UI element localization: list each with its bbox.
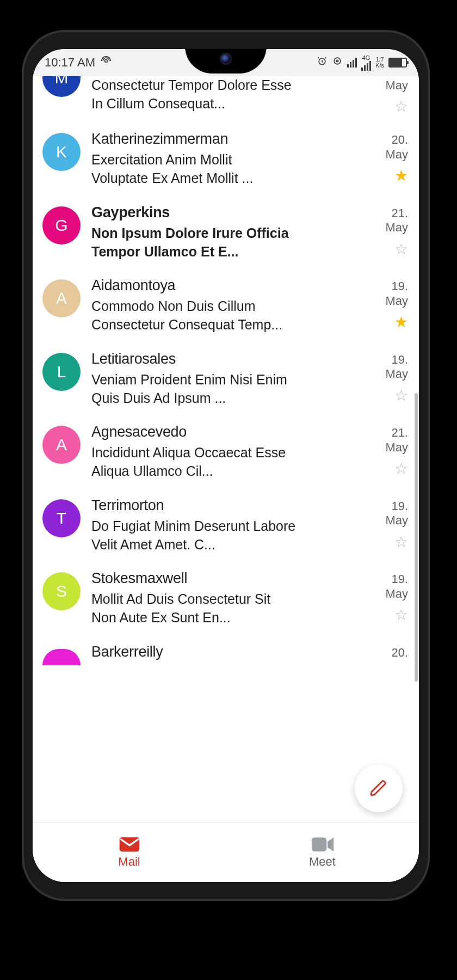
email-row[interactable]: GGayperkinsNon Ipsum Dolore Irure Offici… — [33, 195, 419, 269]
email-meta: 19.May☆ — [370, 351, 408, 403]
avatar[interactable]: A — [42, 426, 81, 464]
email-date: 19.May — [385, 499, 408, 528]
email-meta: 20.May★ — [370, 131, 408, 183]
email-date: 19.May — [385, 353, 408, 382]
email-meta: 19.May☆ — [370, 570, 408, 623]
email-body[interactable]: Consectetur Tempor Dolore EsseIn Cillum … — [91, 76, 359, 113]
subject: Consectetur Tempor Dolore EsseIn Cillum … — [91, 76, 359, 113]
signal-icon — [347, 58, 357, 68]
avatar[interactable]: T — [42, 499, 81, 537]
email-date: 21.May — [385, 426, 408, 455]
subject: Do Fugiat Minim Deserunt LaboreVelit Ame… — [91, 517, 359, 554]
location-icon — [332, 56, 343, 70]
email-meta: 20. — [370, 644, 408, 660]
star-icon[interactable]: ☆ — [394, 535, 408, 550]
alarm-icon — [317, 56, 328, 70]
email-row[interactable]: AAgnesacevedoIncididunt Aliqua Occaecat … — [33, 415, 419, 488]
sender: Letitiarosales — [91, 351, 359, 367]
scroll-indicator[interactable] — [415, 393, 418, 682]
battery-icon — [388, 58, 407, 68]
email-date: 19.May — [385, 279, 408, 308]
compose-button[interactable] — [355, 764, 403, 812]
subject: Exercitation Anim MollitVoluptate Ex Ame… — [91, 151, 359, 188]
email-body[interactable]: AgnesacevedoIncididunt Aliqua Occaecat E… — [91, 424, 359, 481]
sender: Barkerreilly — [91, 644, 359, 660]
sender: Katherinezimmerman — [91, 131, 359, 148]
front-camera — [220, 53, 232, 65]
status-time: 10:17 AM — [45, 56, 95, 70]
avatar[interactable]: L — [42, 353, 81, 391]
subject: Non Ipsum Dolore Irure OfficiaTempor Ull… — [91, 224, 359, 261]
subject: Veniam Proident Enim Nisi EnimQuis Duis … — [91, 371, 359, 408]
email-date: 20. — [391, 646, 408, 660]
video-icon — [311, 836, 335, 853]
sender: Agnesacevedo — [91, 424, 359, 440]
email-meta: 21.May☆ — [370, 424, 408, 476]
email-body[interactable]: Barkerreilly — [91, 644, 359, 664]
email-meta: 19.May★ — [370, 277, 408, 330]
star-icon[interactable]: ☆ — [394, 461, 408, 476]
subject: Commodo Non Duis CillumConsectetur Conse… — [91, 297, 359, 334]
email-body[interactable]: GayperkinsNon Ipsum Dolore Irure Officia… — [91, 204, 359, 261]
avatar[interactable]: M — [42, 76, 81, 97]
email-meta: 21.May☆ — [370, 204, 408, 257]
email-row[interactable]: TTerrimortonDo Fugiat Minim Deserunt Lab… — [33, 488, 419, 562]
email-body[interactable]: TerrimortonDo Fugiat Minim Deserunt Labo… — [91, 497, 359, 554]
svg-point-2 — [336, 60, 338, 62]
mail-icon — [119, 836, 140, 853]
screen: 10:17 AM 4G — [33, 49, 419, 882]
email-body[interactable]: LetitiarosalesVeniam Proident Enim Nisi … — [91, 351, 359, 408]
email-row[interactable]: LLetitiarosalesVeniam Proident Enim Nisi… — [33, 342, 419, 415]
email-body[interactable]: AidamontoyaCommodo Non Duis CillumConsec… — [91, 277, 359, 334]
nav-mail-label: Mail — [118, 855, 140, 869]
email-row[interactable]: KKatherinezimmermanExercitation Anim Mol… — [33, 122, 419, 195]
subject: Mollit Ad Duis Consectetur SitNon Aute E… — [91, 590, 359, 627]
email-body[interactable]: KatherinezimmermanExercitation Anim Moll… — [91, 131, 359, 188]
signal2-icon — [361, 61, 371, 71]
svg-rect-5 — [311, 837, 326, 852]
net-speed-unit: K/s — [375, 63, 384, 69]
star-icon[interactable]: ☆ — [394, 388, 408, 403]
avatar[interactable]: K — [42, 133, 81, 171]
email-list[interactable]: MConsectetur Tempor Dolore EsseIn Cillum… — [33, 76, 419, 822]
sender: Stokesmaxwell — [91, 570, 359, 587]
nav-meet[interactable]: Meet — [226, 823, 419, 882]
sender: Aidamontoya — [91, 277, 359, 294]
email-row[interactable]: SStokesmaxwellMollit Ad Duis Consectetur… — [33, 561, 419, 635]
svg-point-3 — [334, 58, 341, 64]
nav-meet-label: Meet — [309, 855, 336, 869]
star-icon[interactable]: ☆ — [394, 242, 408, 257]
bottom-nav: Mail Meet — [33, 822, 419, 882]
star-icon[interactable]: ☆ — [394, 99, 408, 114]
email-row[interactable]: Barkerreilly20. — [33, 635, 419, 665]
email-meta: May☆ — [370, 76, 408, 114]
sender: Terrimorton — [91, 497, 359, 514]
email-date: May — [385, 78, 408, 93]
svg-point-0 — [104, 60, 107, 63]
pencil-icon — [369, 779, 388, 798]
network-type: 4G — [362, 55, 370, 61]
avatar[interactable] — [42, 649, 81, 665]
nav-mail[interactable]: Mail — [33, 823, 226, 882]
star-icon[interactable]: ★ — [394, 168, 408, 183]
email-row[interactable]: MConsectetur Tempor Dolore EsseIn Cillum… — [33, 76, 419, 122]
avatar[interactable]: A — [42, 279, 81, 317]
avatar[interactable]: G — [42, 206, 81, 244]
star-icon[interactable]: ★ — [394, 315, 408, 330]
email-row[interactable]: AAidamontoyaCommodo Non Duis CillumConse… — [33, 268, 419, 342]
email-date: 20.May — [385, 133, 408, 162]
star-icon[interactable]: ☆ — [394, 608, 408, 623]
email-date: 21.May — [385, 206, 408, 235]
email-date: 19.May — [385, 572, 408, 601]
email-meta: 19.May☆ — [370, 497, 408, 550]
avatar[interactable]: S — [42, 572, 81, 610]
sender: Gayperkins — [91, 204, 359, 221]
hotspot-icon — [101, 56, 112, 70]
email-body[interactable]: StokesmaxwellMollit Ad Duis Consectetur … — [91, 570, 359, 627]
subject: Incididunt Aliqua Occaecat EsseAliqua Ul… — [91, 444, 359, 481]
